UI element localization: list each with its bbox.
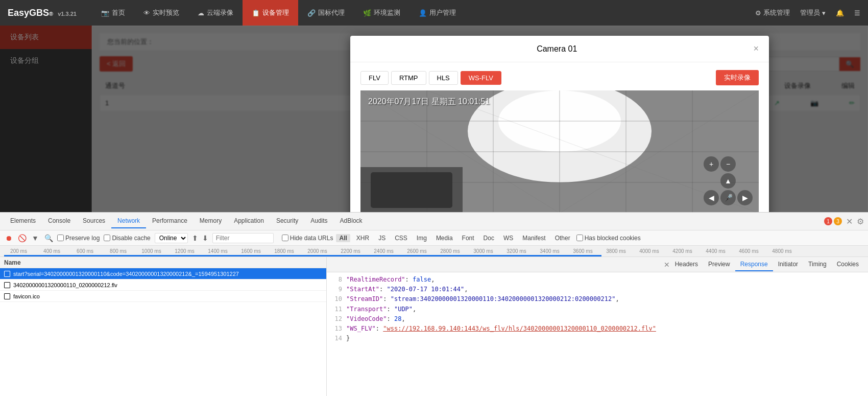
timeline-label: 4000 ms xyxy=(633,248,666,254)
response-tabs: ✕ Headers Preview Response Initiator Tim… xyxy=(327,257,868,272)
nav-right: ⚙ 系统管理 管理员 ▾ 🔔 ☰ xyxy=(755,8,860,17)
resp-tab-preview[interactable]: Preview xyxy=(703,258,735,271)
network-row-2[interactable]: favicon.ico xyxy=(0,291,326,302)
filter-doc[interactable]: Doc xyxy=(480,234,497,242)
tab-wsflv[interactable]: WS-FLV xyxy=(461,71,501,85)
network-row-0[interactable]: start?serial=34020000001320000110&code=3… xyxy=(0,268,326,279)
resp-tab-initiator[interactable]: Initiator xyxy=(773,258,803,271)
timeline-label: 4800 ms xyxy=(765,248,799,254)
ptz-right-btn[interactable]: ▶ xyxy=(737,190,753,205)
modal-header: Camera 01 × xyxy=(350,36,769,62)
nav-resource[interactable]: 🔗 国标代理 xyxy=(298,0,354,26)
timeline-label: 1400 ms xyxy=(201,248,234,254)
search-network-button[interactable]: 🔍 xyxy=(44,234,53,243)
video-timestamp: 2020年07月17日 星期五 10:01:51 xyxy=(368,97,490,107)
filter-manifest[interactable]: Manifest xyxy=(519,234,548,242)
response-line-9: 9 "StartAt": "2020-07-17 10:01:44", xyxy=(332,285,863,294)
nav-user-manage[interactable]: 👤 用户管理 xyxy=(409,0,465,26)
devtools-tab-sources[interactable]: Sources xyxy=(77,214,111,228)
timeline-label: 2600 ms xyxy=(400,248,433,254)
preserve-log-checkbox[interactable]: Preserve log xyxy=(57,235,100,242)
ptz-up-btn[interactable]: ▲ xyxy=(720,173,736,189)
nav-device-manage[interactable]: 📋 设备管理 xyxy=(243,0,298,26)
record-button[interactable]: 实时录像 xyxy=(716,70,759,85)
clear-button[interactable]: 🚫 xyxy=(17,234,27,243)
resp-tab-timing[interactable]: Timing xyxy=(803,258,832,271)
ptz-plus-btn[interactable]: + xyxy=(704,156,719,172)
download-icon[interactable]: ⬇ xyxy=(202,234,208,242)
tab-hls[interactable]: HLS xyxy=(429,71,458,85)
row-name-2: favicon.ico xyxy=(13,293,322,299)
filter-media[interactable]: Media xyxy=(433,234,456,242)
filter-other[interactable]: Other xyxy=(552,234,573,242)
modal-close-button[interactable]: × xyxy=(753,43,759,54)
filter-toggle-button[interactable]: ▼ xyxy=(31,234,40,243)
row-icon-2 xyxy=(4,293,10,299)
upload-icon[interactable]: ⬆ xyxy=(192,234,198,242)
main-layout: 设备列表 设备分组 您当前的位置： < 返回 🔍 通道号 播放 停止 分享 设备… xyxy=(0,26,868,396)
devtools-tab-console[interactable]: Console xyxy=(42,214,77,228)
resp-tab-cookies[interactable]: Cookies xyxy=(832,258,864,271)
nav-settings[interactable]: ⚙ 系统管理 xyxy=(755,8,790,17)
timeline-label: 200 ms xyxy=(2,248,35,254)
filter-font[interactable]: Font xyxy=(459,234,477,242)
devtools-tab-application[interactable]: Application xyxy=(228,214,270,228)
devtools-content: Name start?serial=34020000001320000110&c… xyxy=(0,257,868,396)
devtools-close-button[interactable]: ✕ xyxy=(846,217,853,226)
timeline-label: 1800 ms xyxy=(268,248,301,254)
response-line-14: 14 } xyxy=(332,334,863,343)
tab-flv[interactable]: FLV xyxy=(360,71,389,85)
timeline-label: 1200 ms xyxy=(168,248,201,254)
has-blocked-cookies[interactable]: Has blocked cookies xyxy=(576,234,641,242)
ptz-mic-btn[interactable]: 🎤 xyxy=(720,190,736,205)
tab-rtmp[interactable]: RTMP xyxy=(391,71,426,85)
response-panel: ✕ Headers Preview Response Initiator Tim… xyxy=(327,257,868,396)
resp-tab-headers[interactable]: Headers xyxy=(670,258,703,271)
filter-img[interactable]: Img xyxy=(414,234,430,242)
devtools-tab-performance[interactable]: Performance xyxy=(146,214,194,228)
timeline-label: 2400 ms xyxy=(367,248,400,254)
timeline-label: 3200 ms xyxy=(500,248,533,254)
timeline-label: 2000 ms xyxy=(301,248,334,254)
ptz-left-btn[interactable]: ◀ xyxy=(704,190,719,205)
network-row-1[interactable]: 34020000001320000110_0200000212.flv xyxy=(0,279,326,291)
nav-video-preview[interactable]: 👁 实时预览 xyxy=(134,0,188,26)
timeline-label: 4600 ms xyxy=(732,248,765,254)
devtools-tab-audits[interactable]: Audits xyxy=(304,214,333,228)
video-background xyxy=(360,90,759,213)
devtools-tab-network[interactable]: Network xyxy=(111,214,146,228)
nav-env-monitor[interactable]: 🌿 环境监测 xyxy=(354,0,409,26)
hide-data-urls-checkbox[interactable]: Hide data URLs xyxy=(282,234,333,242)
timeline-label: 400 ms xyxy=(35,248,68,254)
disable-cache-checkbox[interactable]: Disable cache xyxy=(104,235,150,242)
devtools-tab-memory[interactable]: Memory xyxy=(194,214,228,228)
filter-css[interactable]: CSS xyxy=(392,234,411,242)
resp-tab-response[interactable]: Response xyxy=(735,258,773,271)
response-close-button[interactable]: ✕ xyxy=(664,261,670,269)
row-name-0: start?serial=34020000001320000110&code=3… xyxy=(13,271,322,277)
filter-input[interactable] xyxy=(212,233,274,243)
ptz-minus-btn[interactable]: − xyxy=(720,156,736,172)
filter-type-buttons: Hide data URLs All XHR JS CSS Img Media … xyxy=(282,234,641,242)
devtools-tab-adblock[interactable]: AdBlock xyxy=(334,214,369,228)
record-stop-button[interactable]: ⏺ xyxy=(4,234,13,243)
devtools-tab-elements[interactable]: Elements xyxy=(4,214,42,228)
nav-camera[interactable]: 📷 首页 xyxy=(92,0,134,26)
filter-js[interactable]: JS xyxy=(375,234,389,242)
nav-admin[interactable]: 管理员 ▾ xyxy=(800,8,826,17)
response-content: 8 "RealtimeRecord": false, 9 "StartAt": … xyxy=(327,272,868,396)
nav-bell[interactable]: 🔔 xyxy=(836,9,844,17)
response-line-10: 10 "StreamID": "stream:34020000001320000… xyxy=(332,294,863,304)
devtools-tab-security[interactable]: Security xyxy=(270,214,304,228)
timeline-bar: 200 ms 400 ms 600 ms 800 ms 1000 ms 1200… xyxy=(0,246,868,257)
nav-cloud-record[interactable]: ☁ 云端录像 xyxy=(188,0,243,26)
devtools-panel: Elements Console Sources Network Perform… xyxy=(0,212,868,396)
nav-hamburger[interactable]: ☰ xyxy=(854,9,860,17)
brand: EasyGBS® v1.3.21 xyxy=(8,8,77,18)
devtools-settings-button[interactable]: ⚙ xyxy=(857,217,864,226)
filter-all[interactable]: All xyxy=(336,234,350,242)
timeline-label: 3600 ms xyxy=(566,248,599,254)
throttle-select[interactable]: Online xyxy=(155,233,188,243)
filter-ws[interactable]: WS xyxy=(500,234,516,242)
filter-xhr[interactable]: XHR xyxy=(353,234,372,242)
